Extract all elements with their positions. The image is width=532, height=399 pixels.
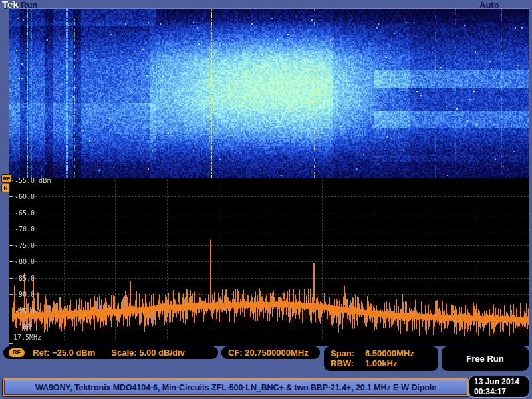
rf-channel-badge[interactable]: RF N <box>1 174 12 193</box>
rf-pill-icon: RF <box>9 348 25 357</box>
span-value: 6.50000MHz <box>365 348 414 358</box>
spectrogram-display <box>9 9 529 178</box>
spectrum-display <box>9 178 529 346</box>
span-label: Span: <box>331 348 365 358</box>
rf-trace-normal-icon: N <box>1 184 10 192</box>
y-axis-label: -100 <box>15 323 31 331</box>
screen-title-bar: WA9ONY, Tektronix MDO4104-6, Min-Circuit… <box>3 378 469 396</box>
y-axis-label: -60.0 <box>15 193 35 200</box>
oscilloscope-screen: Tek Run Auto -55.0 dBm-60.0-65.0-70.0-75… <box>0 0 532 399</box>
datetime-box: 13 Jun 2014 00:34:17 <box>469 376 529 397</box>
y-axis-label: -90.0 <box>15 291 35 298</box>
ref-level-readout: Ref: −25.0 dBm <box>33 348 95 358</box>
y-axis-label: -85.0 <box>15 275 35 282</box>
rf-level-readout-bar[interactable]: RF Ref: −25.0 dBm Scale: 5.00 dB/div <box>3 346 218 359</box>
rf-badge-icon: RF <box>1 174 12 183</box>
time-label: 00:34:17 <box>474 387 529 397</box>
scale-readout: Scale: 5.00 dB/div <box>111 348 185 358</box>
y-axis-label: -55.0 dBm <box>15 177 51 184</box>
screen-title: WA9ONY, Tektronix MDO4104-6, Min-Circuit… <box>35 383 436 392</box>
date-label: 13 Jun 2014 <box>474 377 529 387</box>
center-frequency-readout[interactable]: CF: 20.7500000MHz <box>221 346 320 359</box>
y-axis-label: -80.0 <box>15 258 35 265</box>
cf-value: CF: 20.7500000MHz <box>228 348 309 358</box>
y-axis-label: -75.0 <box>15 242 35 249</box>
y-axis-label: -65.0 <box>15 209 35 217</box>
rbw-value: 1.00kHz <box>365 358 397 368</box>
trigger-status-box[interactable]: Free Run <box>442 346 529 371</box>
start-frequency-label: 17.5MHz <box>13 334 41 341</box>
y-axis-label: -95.0 <box>15 307 35 315</box>
trigger-status: Free Run <box>466 354 503 364</box>
rbw-label: RBW: <box>331 358 365 368</box>
y-axis-label: -70.0 <box>15 225 35 233</box>
span-rbw-readout[interactable]: Span: 6.50000MHz RBW: 1.00kHz <box>324 346 438 371</box>
